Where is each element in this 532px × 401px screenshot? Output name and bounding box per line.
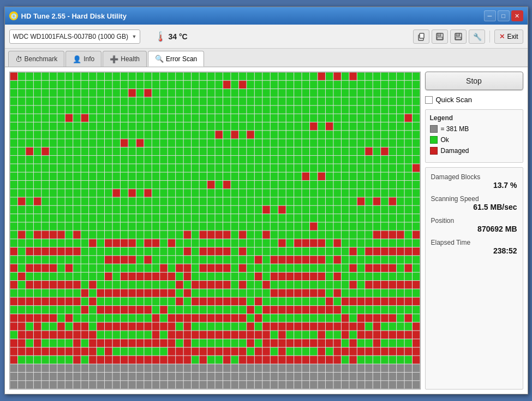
temperature-value: 34 °C	[169, 32, 188, 41]
svg-text:🔧: 🔧	[473, 32, 481, 41]
tab-health-label: Health	[121, 55, 140, 63]
tab-benchmark[interactable]: ⏱ Benchmark	[8, 51, 65, 67]
legend-item-green: Ok	[430, 136, 518, 144]
copy-icon-btn[interactable]	[413, 30, 429, 44]
stat-damaged-value: 13.7 %	[431, 181, 517, 190]
stats-box: Damaged Blocks 13.7 % Scanning Speed 61.…	[425, 167, 523, 390]
save-icon-btn[interactable]	[432, 30, 448, 44]
toolbar: WDC WD1001FALS-00J7B0 (1000 GB) 🌡️ 34 °C	[5, 25, 528, 49]
stat-damaged-label: Damaged Blocks	[431, 173, 517, 181]
exit-button[interactable]: ✕ Exit	[494, 30, 523, 44]
quick-scan-checkbox[interactable]	[425, 96, 433, 104]
legend-title: Legend	[430, 114, 518, 122]
legend-color-red	[430, 147, 438, 155]
svg-rect-3	[438, 33, 441, 36]
scan-grid	[10, 72, 420, 389]
maximize-button[interactable]: □	[498, 10, 510, 21]
settings-icon-btn[interactable]: 🔧	[469, 30, 485, 44]
stat-position-value: 870692 MB	[431, 225, 517, 233]
legend-item-gray: = 381 MB	[430, 125, 518, 133]
disk-selector: WDC WD1001FALS-00J7B0 (1000 GB)	[9, 30, 140, 44]
disk-dropdown-wrapper[interactable]: WDC WD1001FALS-00J7B0 (1000 GB)	[9, 30, 140, 44]
disk-dropdown[interactable]: WDC WD1001FALS-00J7B0 (1000 GB)	[9, 30, 140, 44]
stat-speed-label: Scanning Speed	[431, 195, 517, 203]
title-controls: ─ □ ✕	[484, 10, 523, 21]
tab-error-scan[interactable]: 🔍 Error Scan	[148, 51, 204, 67]
legend-item-red: Damaged	[430, 147, 518, 155]
exit-x-icon: ✕	[499, 33, 505, 40]
quick-scan-row: Quick Scan	[425, 95, 523, 105]
legend-color-green	[430, 136, 438, 144]
legend-color-gray	[430, 125, 438, 133]
stat-elapsed-value: 238:52	[431, 246, 517, 255]
title-bar-left: 💿 HD Tune 2.55 - Hard Disk Utility	[9, 11, 127, 20]
info-tab-icon: 👤	[73, 55, 81, 63]
error-scan-tab-icon: 🔍	[155, 55, 164, 63]
stat-speed-value: 61.5 MB/sec	[431, 203, 517, 211]
window-title: HD Tune 2.55 - Hard Disk Utility	[21, 12, 127, 20]
tab-info[interactable]: 👤 Info	[65, 51, 101, 67]
svg-rect-7	[456, 37, 461, 39]
temperature-display: 🌡️ 34 °C	[154, 31, 188, 43]
tab-info-label: Info	[83, 55, 94, 63]
close-button[interactable]: ✕	[511, 10, 523, 21]
svg-text:2: 2	[459, 33, 461, 37]
tab-health[interactable]: ➕ Health	[103, 51, 147, 67]
minimize-button[interactable]: ─	[484, 10, 496, 21]
main-window: 💿 HD Tune 2.55 - Hard Disk Utility ─ □ ✕…	[4, 7, 528, 394]
svg-rect-4	[437, 37, 443, 39]
svg-rect-1	[420, 33, 424, 38]
benchmark-tab-icon: ⏱	[15, 55, 22, 63]
toolbar-divider	[489, 31, 490, 43]
stat-scanning-speed: Scanning Speed 61.5 MB/sec	[431, 195, 517, 211]
legend-red-label: Damaged	[441, 147, 469, 155]
title-bar: 💿 HD Tune 2.55 - Hard Disk Utility ─ □ ✕	[5, 7, 528, 25]
app-icon: 💿	[9, 11, 18, 20]
legend-box: Legend = 381 MB Ok Damaged	[425, 109, 523, 163]
save2-icon-btn[interactable]: 2	[450, 30, 467, 44]
stat-elapsed-label: Elapsed Time	[431, 239, 517, 246]
exit-label: Exit	[507, 33, 518, 40]
legend-green-label: Ok	[441, 136, 449, 144]
stop-button[interactable]: Stop	[425, 72, 523, 90]
legend-gray-label: = 381 MB	[441, 125, 469, 133]
tabs-bar: ⏱ Benchmark 👤 Info ➕ Health 🔍 Error Scan	[5, 49, 528, 67]
scan-grid-container	[9, 72, 421, 390]
main-content: Stop Quick Scan Legend = 381 MB Ok Damag…	[5, 67, 528, 394]
health-tab-icon: ➕	[110, 55, 118, 63]
toolbar-buttons: 2 🔧 ✕ Exit	[413, 30, 523, 44]
stat-elapsed-time: Elapsed Time 238:52	[431, 239, 517, 255]
thermometer-icon: 🌡️	[154, 31, 166, 43]
quick-scan-label: Quick Scan	[436, 96, 472, 104]
stat-position: Position 870692 MB	[431, 217, 517, 233]
stat-damaged-blocks: Damaged Blocks 13.7 %	[431, 173, 517, 190]
tab-benchmark-label: Benchmark	[25, 55, 58, 63]
side-panel: Stop Quick Scan Legend = 381 MB Ok Damag…	[425, 72, 523, 390]
tab-error-scan-label: Error Scan	[166, 55, 197, 63]
stat-position-label: Position	[431, 217, 517, 225]
